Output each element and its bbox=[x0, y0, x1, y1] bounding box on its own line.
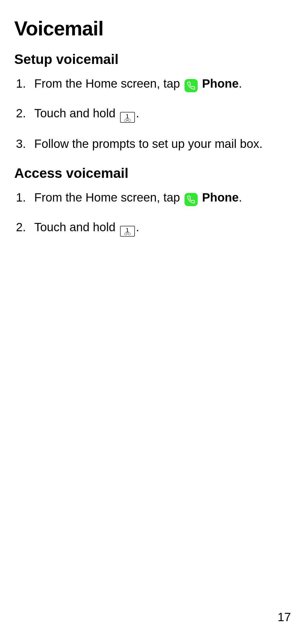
step-number: 2. bbox=[16, 105, 26, 122]
setup-step-2: 2. Touch and hold 1 . bbox=[14, 105, 294, 123]
step-text-post: . bbox=[136, 106, 139, 120]
step-number: 2. bbox=[16, 219, 26, 236]
step-number: 3. bbox=[16, 136, 26, 152]
setup-step-3: 3. Follow the prompts to set up your mai… bbox=[14, 136, 294, 152]
phone-app-label: Phone bbox=[202, 191, 239, 204]
step-text-pre: From the Home screen, tap bbox=[34, 77, 183, 90]
step-text-pre: From the Home screen, tap bbox=[34, 191, 183, 204]
step-text-pre: Touch and hold bbox=[34, 220, 119, 234]
dialpad-key-1-icon: 1 bbox=[120, 112, 135, 123]
phone-icon bbox=[185, 79, 198, 92]
access-step-2: 2. Touch and hold 1 . bbox=[14, 219, 294, 237]
page-title: Voicemail bbox=[14, 17, 294, 40]
step-number: 1. bbox=[16, 76, 26, 92]
step-text-post: . bbox=[239, 77, 242, 90]
voicemail-symbol-icon bbox=[124, 233, 131, 235]
page-number: 17 bbox=[277, 610, 291, 624]
dialpad-key-1-icon: 1 bbox=[120, 226, 135, 237]
access-step-1: 1. From the Home screen, tap Phone. bbox=[14, 190, 294, 206]
phone-icon bbox=[185, 193, 198, 206]
setup-steps-list: 1. From the Home screen, tap Phone. 2. T… bbox=[14, 76, 294, 152]
phone-app-label: Phone bbox=[202, 77, 239, 90]
dialpad-key-digit: 1 bbox=[125, 113, 129, 120]
step-text: Follow the prompts to set up your mail b… bbox=[34, 137, 263, 150]
step-number: 1. bbox=[16, 190, 26, 206]
section-heading-setup: Setup voicemail bbox=[14, 51, 294, 67]
step-text-post: . bbox=[136, 220, 139, 234]
step-text-pre: Touch and hold bbox=[34, 106, 119, 120]
manual-page: Voicemail Setup voicemail 1. From the Ho… bbox=[0, 0, 308, 644]
step-text-post: . bbox=[239, 191, 242, 204]
access-steps-list: 1. From the Home screen, tap Phone. 2. T… bbox=[14, 190, 294, 237]
voicemail-symbol-icon bbox=[124, 119, 131, 121]
setup-step-1: 1. From the Home screen, tap Phone. bbox=[14, 76, 294, 92]
section-heading-access: Access voicemail bbox=[14, 165, 294, 181]
